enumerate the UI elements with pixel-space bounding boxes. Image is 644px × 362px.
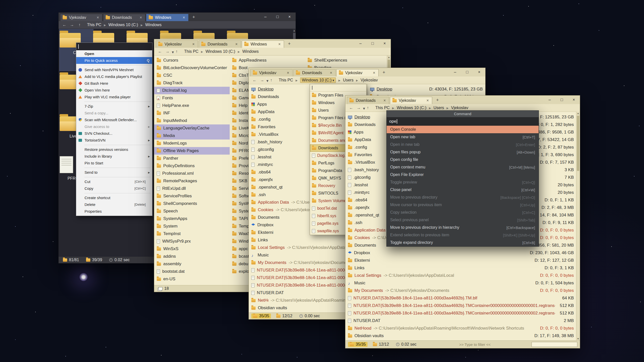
command-item[interactable]: Move cursor to previous item [Ctrl+Up]: [387, 201, 539, 209]
command-item[interactable]: Toggle expand directory [Ctrl+B]: [387, 239, 539, 246]
context-menu-item[interactable]: Send to: [76, 169, 152, 176]
maximize-button[interactable]: [367, 40, 379, 47]
tab-close-icon[interactable]: [426, 98, 430, 103]
back-button[interactable]: [61, 22, 68, 28]
file-row[interactable]: ServiceProfiles: [154, 192, 230, 200]
file-row[interactable]: Local Settings -> C:\Users\Vjekoslav\App…: [345, 272, 576, 279]
scroll-up-icon[interactable]: ▲: [388, 56, 390, 59]
tab[interactable]: Vjekoslav: [156, 40, 198, 48]
file-row[interactable]: assembly: [154, 260, 230, 268]
file-row[interactable]: My Documents -> C:\Users\Vjekoslav\Docum…: [345, 287, 576, 294]
context-menu-item[interactable]: Send a copy...: [76, 110, 152, 116]
tab[interactable]: Windows: [242, 40, 284, 48]
file-row[interactable]: Music D: 0, F: 1, 504 bytes: [345, 279, 576, 287]
context-menu-item[interactable]: Open Vim here: [76, 87, 152, 94]
context-menu-item[interactable]: [76, 192, 152, 194]
context-menu-item[interactable]: [76, 166, 152, 169]
tab-close-icon[interactable]: [234, 42, 238, 47]
breadcrumb-item[interactable]: Windows 10 (C:): [299, 77, 342, 83]
context-menu-item[interactable]: [76, 144, 152, 146]
file-row[interactable]: NTUSER.DAT{53b39e88-18c4-11ea-a811-000d3…: [345, 309, 576, 317]
tab[interactable]: Vjekoslav: [336, 69, 379, 76]
command-item[interactable]: Toggle preview [Ctrl+Q]: [387, 178, 539, 186]
breadcrumb-item[interactable]: Windows: [241, 49, 260, 54]
forward-button[interactable]: [69, 22, 75, 28]
context-menu-item[interactable]: Create shortcut: [76, 194, 152, 201]
command-palette-input[interactable]: ope: [387, 117, 539, 126]
tab[interactable]: Downloads: [103, 14, 145, 21]
tab[interactable]: Vjekoslav: [390, 97, 432, 104]
scroll-down-icon[interactable]: ▼: [577, 337, 579, 341]
minimize-button[interactable]: [544, 96, 556, 104]
tab-close-icon[interactable]: [182, 15, 186, 20]
file-row[interactable]: Dropbox D: 230, F: 1043, 46 GB: [345, 249, 576, 257]
close-button[interactable]: [284, 13, 296, 21]
tab-close-icon[interactable]: [372, 71, 376, 75]
back-button[interactable]: [348, 105, 354, 111]
minimize-button[interactable]: [354, 40, 367, 47]
tab-close-icon[interactable]: [191, 42, 195, 47]
context-menu-item[interactable]: SVN Checkout...: [76, 130, 152, 137]
context-menu-item[interactable]: Send with NordVPN Meshnet: [76, 66, 152, 73]
command-item[interactable]: Move to previous directory in hierarchy …: [387, 224, 539, 231]
scroll-up-icon[interactable]: ▲: [293, 29, 296, 32]
command-item[interactable]: Open in new tab [Ctrl+Enter]: [387, 141, 539, 148]
context-menu-item[interactable]: Pin to Start: [76, 160, 152, 166]
file-row[interactable]: ModemLogs: [154, 140, 230, 147]
maximize-button[interactable]: [271, 13, 284, 21]
breadcrumb-item[interactable]: This PC: [183, 49, 204, 55]
breadcrumb-item[interactable]: Vjekoslav: [450, 105, 469, 111]
file-row[interactable]: en-US: [154, 275, 230, 283]
command-item[interactable]: Copy selection [Ctrl+C]: [387, 209, 539, 216]
minimize-button[interactable]: [259, 13, 271, 21]
file-row[interactable]: Desktop D: 43034, F: 125185, 23 GB: [368, 85, 485, 93]
file-row[interactable]: Cursors: [154, 57, 230, 64]
breadcrumb-item[interactable]: This PC: [86, 22, 107, 28]
back-button[interactable]: [251, 77, 258, 83]
forward-button[interactable]: [259, 77, 265, 83]
tab-close-icon[interactable]: [277, 42, 281, 47]
file-row[interactable]: NTUSER.DAT 2 MB: [345, 317, 576, 325]
file-row[interactable]: DtcInstall.log: [154, 87, 230, 94]
context-menu-item[interactable]: Restore previous versions: [76, 146, 152, 153]
breadcrumb-item[interactable]: Windows 10 (C:): [204, 49, 241, 55]
new-tab-button[interactable]: +: [285, 40, 293, 47]
maximize-button[interactable]: [556, 96, 568, 104]
file-row[interactable]: Professional.xml: [154, 170, 230, 177]
breadcrumb-item[interactable]: Users: [342, 77, 359, 83]
file-row[interactable]: AppReadiness: [230, 57, 305, 64]
context-menu-item[interactable]: Give access to: [76, 123, 152, 130]
scrollbar-thumb[interactable]: [577, 116, 579, 171]
up-button[interactable]: [268, 77, 274, 83]
tab[interactable]: Downloads: [347, 97, 389, 104]
forward-button[interactable]: [164, 49, 171, 55]
context-menu-item[interactable]: 7-Zip: [76, 103, 152, 110]
history-dropdown-button[interactable]: [266, 78, 267, 82]
scroll-up-icon[interactable]: ▲: [577, 112, 579, 115]
up-button[interactable]: [173, 49, 180, 55]
file-row[interactable]: Links D: 0, F: 3, 1 KB: [345, 264, 576, 272]
file-row[interactable]: RtlExUpd.dll: [154, 185, 230, 192]
context-menu-item[interactable]: Copy [Ctrl+C]: [76, 185, 152, 192]
filter-input[interactable]: [532, 342, 577, 347]
tab-close-icon[interactable]: [383, 98, 387, 103]
vertical-scrollbar[interactable]: ▲ ▼: [576, 112, 580, 341]
new-tab-button[interactable]: +: [380, 69, 388, 76]
file-row[interactable]: DiagTrack: [154, 79, 230, 87]
command-item[interactable]: Move to previous directory [Backspace] […: [387, 194, 539, 201]
up-button[interactable]: [365, 105, 371, 111]
context-menu-item[interactable]: Add to VLC media player's Playlist: [76, 73, 152, 80]
file-row[interactable]: bootstat.dat: [154, 268, 230, 275]
file-row[interactable]: RemotePackages: [154, 177, 230, 185]
tab-close-icon[interactable]: [329, 71, 333, 75]
context-menu-item[interactable]: Include in library: [76, 153, 152, 160]
breadcrumb-item[interactable]: This PC: [374, 105, 395, 111]
file-row[interactable]: CSC: [154, 72, 230, 79]
file-row[interactable]: System: [154, 222, 230, 230]
file-row[interactable]: addins: [154, 253, 230, 260]
file-row[interactable]: HelpPane.exe: [154, 102, 230, 109]
context-menu-item[interactable]: Cut [Ctrl+X]: [76, 178, 152, 185]
command-item[interactable]: Extend selection to previous item [Shift…: [387, 231, 539, 239]
file-row[interactable]: BitLockerDiscoveryVolumeContents: [154, 64, 230, 72]
context-menu-item[interactable]: [76, 100, 152, 103]
